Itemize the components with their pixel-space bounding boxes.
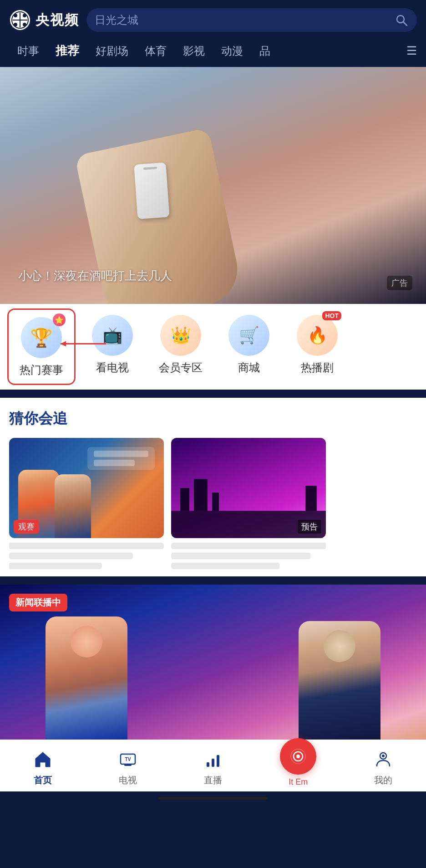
- center-icon: [280, 738, 316, 775]
- nav-item-haojuchang[interactable]: 好剧场: [87, 41, 137, 61]
- bottom-nav-center[interactable]: It Em: [256, 747, 341, 787]
- svg-point-22: [382, 755, 385, 757]
- nav-bar: 时事 推荐 好剧场 体育 影视 动漫 品 ☰: [0, 38, 426, 67]
- quick-icon-shangcheng[interactable]: 🛒 商城: [215, 304, 283, 384]
- video-duration-aurora: 预告: [298, 520, 321, 534]
- video-card-sports[interactable]: 观赛: [9, 438, 164, 572]
- app-name: 央视频: [36, 11, 79, 30]
- svg-point-6: [14, 23, 17, 26]
- guess-section-title: 猜你会追: [9, 409, 417, 429]
- video-title-sports: [9, 543, 164, 572]
- svg-point-19: [296, 755, 300, 758]
- nav-item-shishi[interactable]: 时事: [9, 41, 47, 61]
- search-icon[interactable]: [394, 13, 409, 27]
- video-card-aurora[interactable]: 预告: [171, 438, 326, 572]
- nav-item-yingshi[interactable]: 影视: [175, 41, 213, 61]
- video-thumb-sports: 观赛: [9, 438, 164, 538]
- bottom-nav-tv-label: 电视: [119, 774, 137, 786]
- video-thumb-aurora: 预告: [171, 438, 326, 538]
- logo-area: 央视频: [9, 9, 79, 31]
- svg-point-5: [23, 14, 26, 17]
- live-badge: 新闻联播中: [9, 594, 67, 611]
- bottom-nav-mine-label: 我的: [374, 774, 392, 786]
- search-bar[interactable]: 日光之城: [86, 8, 417, 32]
- video-card-row: 观赛 预告: [9, 438, 417, 572]
- svg-rect-15: [207, 762, 209, 767]
- quick-icon-remen[interactable]: 🏆 ⭐ 热门赛事: [7, 308, 76, 385]
- guess-section: 猜你会追 观赛: [0, 398, 426, 576]
- search-placeholder: 日光之城: [95, 13, 390, 27]
- tv-icon: TV: [116, 748, 140, 771]
- bottom-nav-live-label: 直播: [204, 774, 222, 786]
- mine-icon: [371, 748, 395, 771]
- live-section[interactable]: 新闻联播中: [0, 585, 426, 740]
- bottom-nav-live[interactable]: 直播: [170, 748, 255, 786]
- nav-more-icon[interactable]: ☰: [406, 44, 417, 58]
- nav-item-dongman[interactable]: 动漫: [213, 41, 251, 61]
- bottom-nav-mine[interactable]: 我的: [341, 748, 426, 786]
- hero-badge: 广告: [387, 276, 412, 290]
- video-title-aurora: [171, 543, 326, 572]
- svg-point-4: [14, 14, 17, 17]
- quick-icon-shangcheng-label: 商城: [238, 360, 260, 375]
- bottom-nav-tv[interactable]: TV 电视: [85, 748, 170, 786]
- home-icon: [31, 748, 55, 771]
- svg-rect-17: [217, 755, 219, 767]
- svg-point-7: [23, 23, 26, 26]
- quick-icons-row: 🏆 ⭐ 热门赛事 📺 看电视 👑 会员专区 🛒 商城: [0, 304, 426, 390]
- hero-banner[interactable]: 小心！深夜在酒吧打上去几人 广告: [0, 67, 426, 304]
- bottom-nav: 首页 TV 电视 直播 It: [0, 740, 426, 791]
- bottom-nav-home[interactable]: 首页: [0, 748, 85, 786]
- logo-icon: [9, 9, 31, 31]
- quick-icon-kandianshi-label: 看电视: [96, 360, 129, 375]
- svg-rect-13: [124, 764, 132, 766]
- bottom-nav-center-label: It Em: [289, 777, 308, 787]
- quick-icon-huiyuan-label: 会员专区: [159, 360, 203, 375]
- live-icon: [201, 748, 225, 771]
- header: 央视频 日光之城: [0, 0, 426, 38]
- quick-icon-huiyuan[interactable]: 👑 会员专区: [147, 304, 215, 384]
- hero-subtitle: 小心！深夜在酒吧打上去几人: [18, 268, 172, 284]
- quick-icon-remen-label: 热门赛事: [20, 363, 63, 377]
- nav-item-pin[interactable]: 品: [251, 41, 279, 61]
- quick-icon-reboju-label: 热播剧: [301, 360, 334, 375]
- bottom-nav-home-label: 首页: [34, 774, 52, 786]
- video-tag-sports: 观赛: [14, 520, 39, 534]
- svg-marker-11: [61, 341, 66, 347]
- quick-icon-reboju[interactable]: 🔥 HOT 热播剧: [283, 304, 351, 384]
- svg-line-9: [403, 22, 407, 26]
- svg-text:TV: TV: [125, 757, 131, 762]
- nav-item-tuijian[interactable]: 推荐: [47, 40, 87, 62]
- home-indicator: [158, 797, 268, 800]
- live-thumb: 新闻联播中: [0, 585, 426, 740]
- svg-rect-16: [212, 759, 214, 767]
- nav-item-tiyu[interactable]: 体育: [137, 41, 175, 61]
